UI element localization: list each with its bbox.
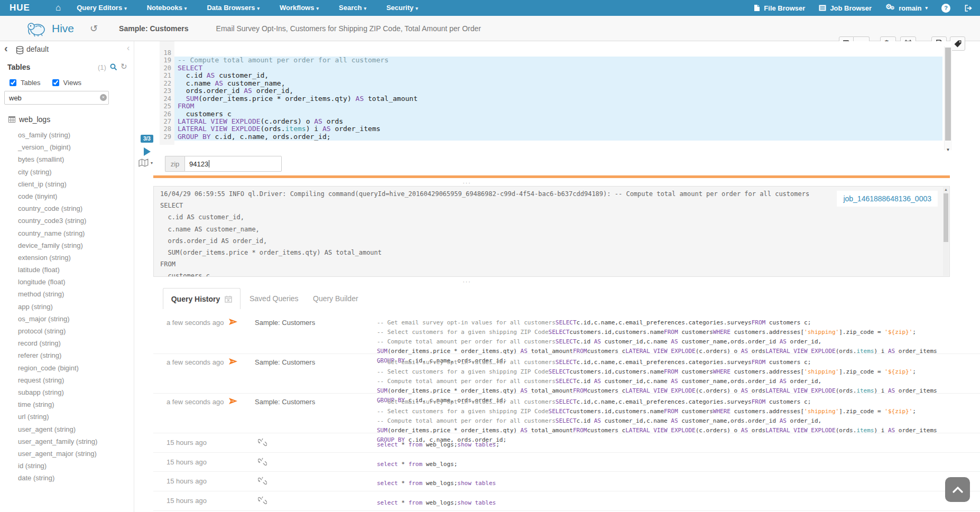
filter-tables-checkbox[interactable]: Tables [7, 78, 41, 88]
row-timestamp: 15 hours ago [167, 477, 207, 485]
editor-line[interactable]: 22 c.name AS customer_name, [174, 80, 942, 87]
collapse-chevron-icon[interactable]: ‹ [127, 43, 130, 53]
tab-query-history[interactable]: Query History [163, 288, 241, 309]
table-item-web-logs[interactable]: web_logs [8, 115, 50, 124]
editor-line[interactable]: 21 c.id AS customer_id, [174, 72, 942, 79]
log-panel: 16/04/29 06:59:55 INFO ql.Driver: Compil… [153, 186, 950, 277]
column-item[interactable]: bytes (smallint) [18, 153, 97, 165]
tab-query-builder[interactable]: Query Builder [313, 288, 358, 309]
column-item[interactable]: country_code (string) [18, 202, 97, 215]
job-browser-link[interactable]: Job Browser [819, 4, 872, 12]
column-item[interactable]: user_agent (string) [18, 423, 97, 435]
history-row[interactable]: a few seconds ago Sample: Customers -- G… [153, 394, 980, 433]
column-item[interactable]: code (tinyint) [18, 190, 97, 202]
database-name[interactable]: default [26, 45, 49, 53]
history-icon[interactable]: ↺ [90, 23, 98, 34]
navbar-menu-item[interactable]: Data Browsers▾ [207, 0, 260, 16]
help-icon[interactable]: ? [941, 4, 950, 13]
history-row[interactable]: 15 hours ago select * from web_logs;show… [153, 433, 980, 453]
line-number: 24 [160, 95, 171, 103]
column-item[interactable]: subapp (string) [18, 386, 97, 398]
editor-scrollbar[interactable]: ▼ [944, 46, 952, 150]
column-item[interactable]: id (string) [18, 460, 97, 472]
column-item[interactable]: extension (string) [18, 252, 97, 264]
logout-icon[interactable] [964, 4, 973, 12]
editor-line[interactable]: 23 ords.order_id AS order_id, [174, 87, 942, 95]
column-item[interactable]: request (string) [18, 374, 97, 386]
column-item[interactable]: city (string) [18, 166, 97, 178]
history-row[interactable]: 15 hours ago select * from web_logs; [153, 453, 980, 472]
history-row[interactable]: 15 hours ago select * from web_logs;show… [153, 491, 980, 511]
sql-editor[interactable]: 1819-- Compute total amount per order fo… [160, 41, 951, 151]
column-item[interactable]: _version_ (bigint) [18, 141, 97, 153]
refresh-icon[interactable]: ↻ [121, 62, 127, 71]
column-item[interactable]: os_family (string) [18, 129, 97, 141]
views-checkbox[interactable] [52, 79, 59, 86]
table-search-input[interactable] [4, 91, 109, 105]
editor-line[interactable]: 27LATERAL VIEW EXPLODE(c.orders) o AS or… [174, 118, 942, 125]
editor-line[interactable]: 24 SUM(order_items.price * order_items.q… [174, 95, 942, 103]
history-row[interactable]: a few seconds ago Sample: Customers -- G… [153, 314, 980, 354]
variable-value-input[interactable] [184, 156, 282, 172]
column-item[interactable]: record (string) [18, 337, 97, 349]
column-item[interactable]: country_code3 (string) [18, 215, 97, 227]
column-item[interactable]: region_code (bigint) [18, 362, 97, 374]
column-item[interactable]: date (string) [18, 472, 97, 484]
variables-menu-button[interactable]: ▾ [138, 159, 153, 167]
scroll-down-arrow[interactable]: ▼ [945, 147, 951, 152]
column-item[interactable]: client_ip (string) [18, 178, 97, 190]
scroll-to-top-button[interactable] [945, 477, 970, 502]
row-document-name: Sample: Customers [255, 319, 315, 327]
user-menu[interactable]: ⚙⚙ romain ▾ [885, 4, 928, 12]
tags-button[interactable] [950, 36, 965, 51]
table-name: web_logs [19, 115, 50, 124]
editor-line[interactable]: 26 customers c [174, 110, 942, 118]
column-item[interactable]: app (string) [18, 301, 97, 313]
back-chevron-icon[interactable]: ‹ [4, 42, 8, 54]
filter-views-checkbox[interactable]: Views [50, 78, 81, 88]
column-item[interactable]: user_agent_family (string) [18, 435, 97, 448]
column-item[interactable]: os_major (string) [18, 313, 97, 325]
editor-line[interactable]: 25FROM [174, 103, 942, 110]
column-item[interactable]: referer (string) [18, 349, 97, 361]
execute-button[interactable] [144, 147, 151, 156]
scrollbar-thumb[interactable] [945, 48, 951, 141]
column-item[interactable]: country_name (string) [18, 227, 97, 239]
job-link[interactable]: job_1461888648136_0003 [843, 194, 931, 203]
navbar-menu-item[interactable]: Security▾ [386, 0, 418, 16]
history-row[interactable]: a few seconds ago Sample: Customers -- G… [153, 354, 980, 394]
column-item[interactable]: latitude (float) [18, 264, 97, 276]
home-icon[interactable]: ⌂ [56, 0, 61, 16]
hue-logo[interactable]: HUE [10, 3, 30, 13]
editor-line[interactable]: 29GROUP BY c.id, c.name, ords.order_id; [174, 133, 942, 141]
column-item[interactable]: protocol (string) [18, 325, 97, 337]
column-item[interactable]: user_agent_major (string) [18, 448, 97, 460]
column-item[interactable]: time (string) [18, 398, 97, 411]
resize-handle-top[interactable]: ··· [463, 179, 471, 187]
column-item[interactable]: longitude (float) [18, 276, 97, 288]
line-number: 19 [160, 57, 171, 64]
clear-search-icon[interactable]: × [100, 94, 107, 101]
row-sql: select * from web_logs;show tables; [377, 439, 500, 449]
navbar-menu-item[interactable]: Search▾ [339, 0, 366, 16]
row-document-name: Sample: Customers [255, 398, 315, 406]
editor-line[interactable]: 28LATERAL VIEW EXPLODE(ords.items) i AS … [174, 125, 942, 133]
scroll-up-arrow[interactable]: ▲ [943, 188, 949, 191]
navbar-menu-item[interactable]: Query Editors▾ [77, 0, 127, 16]
scrollbar-thumb[interactable] [944, 193, 948, 242]
search-icon[interactable] [110, 63, 117, 71]
tab-saved-queries[interactable]: Saved Queries [249, 288, 299, 309]
navbar-menu-item[interactable]: Workflows▾ [280, 0, 319, 16]
column-item[interactable]: device_family (string) [18, 239, 97, 252]
column-item[interactable]: method (string) [18, 288, 97, 300]
history-row[interactable]: 15 hours ago select * from web_logs;show… [153, 472, 980, 491]
editor-line[interactable]: 19-- Compute total amount per order for … [174, 57, 942, 64]
tables-checkbox[interactable] [10, 79, 16, 86]
file-browser-link[interactable]: File Browser [754, 4, 805, 12]
editor-line[interactable]: 20SELECT [174, 64, 942, 72]
clear-history-calendar-icon[interactable] [225, 295, 232, 303]
column-item[interactable]: url (string) [18, 411, 97, 423]
editor-line[interactable]: 18 [174, 49, 942, 57]
navbar-menu-item[interactable]: Notebooks▾ [147, 0, 187, 16]
log-scrollbar[interactable]: ▲ [943, 187, 949, 276]
